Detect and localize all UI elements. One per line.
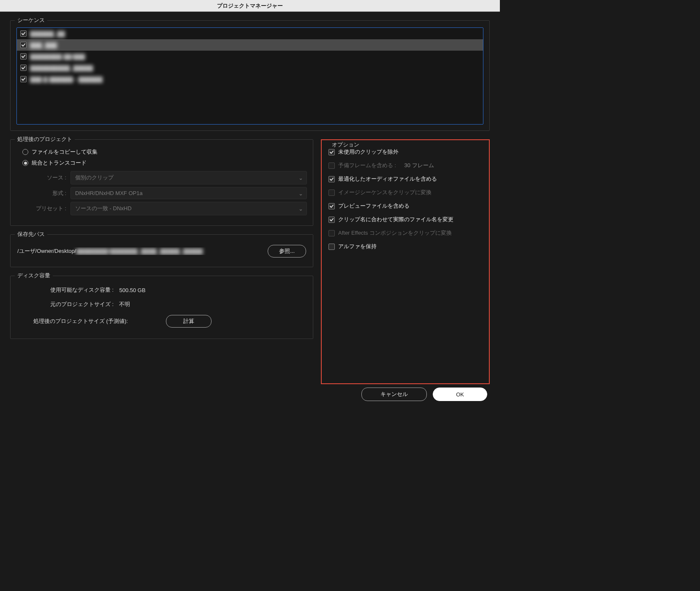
disk-orig-value: 不明 <box>116 301 130 308</box>
option-ae-comp: After Effects コンポジションをクリップに変換 <box>328 226 483 240</box>
sequence-list[interactable]: ▓▓▓▓▓▓_▓▓▓▓▓_▓▓▓▓▓▓▓▓▓▓▓ ▓▓/▓▓▓▓▓▓▓▓▓▓▓▓… <box>16 27 483 125</box>
sequence-item-label: ▓▓▓▓▓▓▓▓▓▓_▓▓▓▓▓ <box>30 65 93 71</box>
options-highlight: オプション 未使用のクリップを除外予備フレームを含める : 30 フレーム最適化… <box>321 139 490 384</box>
titlebar: プロジェクトマネージャー <box>0 0 500 12</box>
option-image-seq: イメージシーケンスをクリップに変換 <box>328 186 483 199</box>
radio-transcode[interactable]: 統合とトランスコード <box>21 157 307 168</box>
preset-select[interactable]: ソースの一致 - DNxHD ⌄ <box>71 202 307 215</box>
option-label: 予備フレームを含める : <box>338 162 396 169</box>
radio-copy-indicator <box>22 149 28 155</box>
disk-fieldset: ディスク容量 使用可能なディスク容量 : 500.50 GB 元のプロジェクトサ… <box>10 276 313 339</box>
browse-button[interactable]: 参照... <box>268 245 306 258</box>
checkbox-icon <box>328 163 335 169</box>
checkbox-icon[interactable] <box>20 65 27 71</box>
destination-path: /ユーザ/Owner/Desktop/▓▓▓▓▓▓▓▓/▓▓▓▓▓▓▓_▓▓▓▓… <box>17 247 263 255</box>
format-label: 形式 : <box>30 190 71 197</box>
chevron-down-icon: ⌄ <box>298 175 303 181</box>
checkbox-icon[interactable] <box>328 149 335 155</box>
chevron-down-icon: ⌄ <box>298 190 303 196</box>
calculate-button[interactable]: 計算 <box>166 315 212 328</box>
preset-value: ソースの一致 - DNxHD <box>75 205 132 211</box>
option-label: クリップ名に合わせて実際のファイル名を変更 <box>338 216 453 223</box>
option-extra: 30 フレーム <box>401 162 434 169</box>
format-select[interactable]: DNxHR/DNxHD MXF OP1a ⌄ <box>71 187 307 199</box>
option-label: アルファを保持 <box>338 243 377 250</box>
radio-copy[interactable]: ファイルをコピーして収集 <box>21 146 307 157</box>
ok-button[interactable]: OK <box>433 388 487 401</box>
source-label: ソース : <box>30 174 71 182</box>
sequence-row[interactable]: ▓▓▓▓▓▓▓▓ ▓▓/▓▓▓ <box>17 51 483 62</box>
option-include-preview[interactable]: プレビューファイルを含める <box>328 199 483 213</box>
checkbox-icon[interactable] <box>328 176 335 182</box>
option-label: 最適化したオーディオファイルを含める <box>338 175 437 183</box>
option-label: イメージシーケンスをクリップに変換 <box>338 189 431 196</box>
cancel-button[interactable]: キャンセル <box>361 388 427 401</box>
options-fieldset: オプション 未使用のクリップを除外予備フレームを含める : 30 フレーム最適化… <box>327 145 484 253</box>
checkbox-icon[interactable] <box>328 244 335 250</box>
option-rename-files[interactable]: クリップ名に合わせて実際のファイル名を変更 <box>328 213 483 226</box>
sequence-row[interactable]: ▓▓▓▓▓▓_▓▓ <box>17 28 483 39</box>
sequence-item-label: ▓▓▓▓▓▓▓▓ ▓▓/▓▓▓ <box>30 53 85 60</box>
checkbox-icon <box>328 190 335 196</box>
checkbox-icon[interactable] <box>20 30 27 37</box>
preset-label: プリセット : <box>30 205 71 212</box>
disk-avail-label: 使用可能なディスク容量 : <box>50 286 114 294</box>
option-include-audio[interactable]: 最適化したオーディオファイルを含める <box>328 172 483 186</box>
option-label: 未使用のクリップを除外 <box>338 148 399 156</box>
checkbox-icon <box>328 230 335 236</box>
checkbox-icon[interactable] <box>20 42 27 48</box>
resulting-fieldset: 処理後のプロジェクト ファイルをコピーして収集 統合とトランスコード ソース :… <box>10 139 313 226</box>
radio-transcode-label: 統合とトランスコード <box>32 159 87 167</box>
dialog-footer: キャンセル OK <box>10 384 490 401</box>
options-label: オプション <box>329 141 362 149</box>
option-preserve-alpha[interactable]: アルファを保持 <box>328 240 483 253</box>
sequence-item-label: ▓▓▓_▓▓▓ <box>30 42 57 48</box>
option-label: プレビューファイルを含める <box>338 202 410 210</box>
disk-avail-value: 500.50 GB <box>116 287 145 293</box>
format-value: DNxHR/DNxHD MXF OP1a <box>75 190 143 196</box>
radio-copy-label: ファイルをコピーして収集 <box>32 148 98 156</box>
checkbox-icon[interactable] <box>20 76 27 82</box>
radio-transcode-indicator <box>22 160 28 166</box>
sequence-row[interactable]: ▓▓▓_▓▓▓ <box>17 39 483 51</box>
chevron-down-icon: ⌄ <box>298 206 303 212</box>
sequence-item-label: ▓▓▓▓▓▓_▓▓ <box>30 30 65 37</box>
path-prefix: /ユーザ/Owner/Desktop/ <box>17 248 76 254</box>
checkbox-icon[interactable] <box>20 53 27 60</box>
disk-orig-label: 元のプロジェクトサイズ : <box>50 301 114 308</box>
format-row: 形式 : DNxHR/DNxHD MXF OP1a ⌄ <box>30 187 307 199</box>
sequence-item-label: ▓▓▓ ▓ ▓▓▓▓▓▓—▓▓▓▓▓▓ <box>30 76 103 82</box>
option-include-handles: 予備フレームを含める : 30 フレーム <box>328 159 483 172</box>
sequence-row[interactable]: ▓▓▓▓▓▓▓▓▓▓_▓▓▓▓▓ <box>17 62 483 73</box>
source-row: ソース : 個別のクリップ ⌄ <box>30 171 307 184</box>
sequence-fieldset: シーケンス ▓▓▓▓▓▓_▓▓▓▓▓_▓▓▓▓▓▓▓▓▓▓▓ ▓▓/▓▓▓▓▓▓… <box>10 20 490 131</box>
sequence-label: シーケンス <box>15 16 47 24</box>
option-label: After Effects コンポジションをクリップに変換 <box>338 229 452 237</box>
destination-fieldset: 保存先パス /ユーザ/Owner/Desktop/▓▓▓▓▓▓▓▓/▓▓▓▓▓▓… <box>10 234 313 267</box>
preset-row: プリセット : ソースの一致 - DNxHD ⌄ <box>30 202 307 215</box>
dialog-title: プロジェクトマネージャー <box>217 2 283 10</box>
source-value: 個別のクリップ <box>75 174 114 181</box>
destination-label: 保存先パス <box>15 230 47 238</box>
resulting-label: 処理後のプロジェクト <box>15 136 75 143</box>
disk-result-label: 処理後のプロジェクトサイズ (予測値): <box>33 317 128 325</box>
checkbox-icon[interactable] <box>328 203 335 209</box>
path-blurred: ▓▓▓▓▓▓▓▓/▓▓▓▓▓▓▓_▓▓▓▓_▓▓▓▓▓_▓▓▓▓▓ <box>76 248 203 254</box>
source-select[interactable]: 個別のクリップ ⌄ <box>71 171 307 184</box>
disk-label: ディスク容量 <box>15 272 53 279</box>
checkbox-icon[interactable] <box>328 217 335 223</box>
sequence-row[interactable]: ▓▓▓ ▓ ▓▓▓▓▓▓—▓▓▓▓▓▓ <box>17 73 483 85</box>
